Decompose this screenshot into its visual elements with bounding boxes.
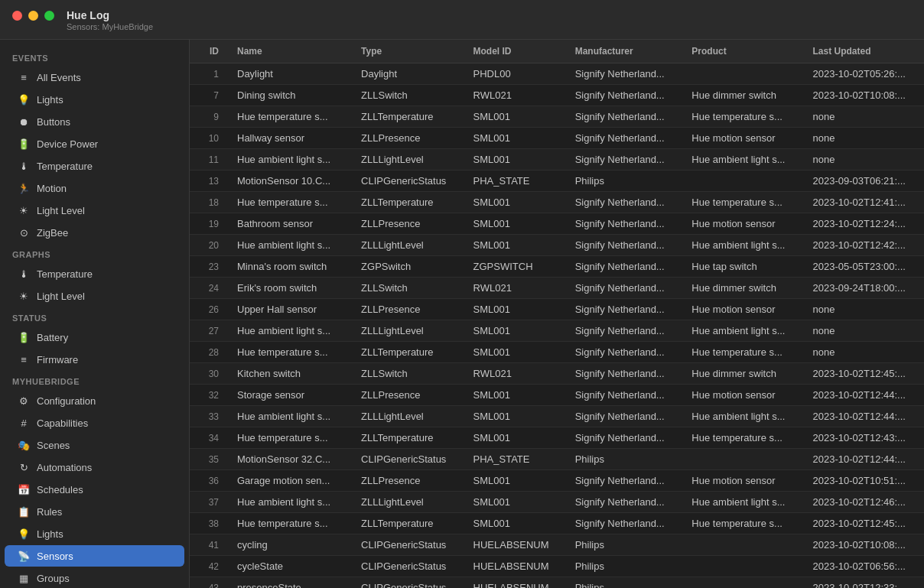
cell-product: Hue motion sensor xyxy=(682,213,803,235)
cell-type: ZLLLightLevel xyxy=(352,149,464,171)
sidebar-label-buttons: Buttons xyxy=(37,116,70,128)
cell-id: 36 xyxy=(190,470,228,492)
sidebar-item-device-power[interactable]: 🔋Device Power xyxy=(5,133,184,154)
sidebar-item-light-level[interactable]: ☀Light Level xyxy=(5,200,184,221)
table-row[interactable]: 23Minna's room switchZGPSwitchZGPSWITCHS… xyxy=(190,256,924,278)
sidebar-item-schedules[interactable]: 📅Schedules xyxy=(5,479,184,500)
cell-manufacturer: Philips xyxy=(566,534,683,556)
cell-modelId: SML001 xyxy=(464,385,566,406)
table-row[interactable]: 38Hue temperature s...ZLLTemperatureSML0… xyxy=(190,513,924,534)
cell-id: 32 xyxy=(190,385,228,406)
minimize-button[interactable] xyxy=(28,11,38,21)
cell-name: Minna's room switch xyxy=(228,256,352,278)
cell-lastUpdated: none xyxy=(804,299,924,320)
cell-lastUpdated: 2023-10-02T10:08:... xyxy=(804,85,924,106)
sidebar-item-graph-temperature[interactable]: 🌡Temperature xyxy=(5,263,184,284)
table-container[interactable]: IDNameTypeModel IDManufacturerProductLas… xyxy=(190,40,924,588)
sidebar-item-rules[interactable]: 📋Rules xyxy=(5,501,184,522)
cell-name: cycling xyxy=(228,534,352,556)
table-row[interactable]: 10Hallway sensorZLLPresenceSML001Signify… xyxy=(190,128,924,149)
table-row[interactable]: 20Hue ambient light s...ZLLLightLevelSML… xyxy=(190,235,924,256)
sidebar-item-groups[interactable]: ▦Groups xyxy=(5,567,184,588)
table-row[interactable]: 19Bathroom sensorZLLPresenceSML001Signif… xyxy=(190,213,924,235)
sidebar-item-configuration[interactable]: ⚙Configuration xyxy=(5,390,184,411)
cell-product: Hue temperature s... xyxy=(682,342,803,363)
table-row[interactable]: 30Kitchen switchZLLSwitchRWL021Signify N… xyxy=(190,363,924,385)
col-header-modelId[interactable]: Model ID xyxy=(464,40,566,63)
sidebar-item-scenes[interactable]: 🎭Scenes xyxy=(5,434,184,456)
sidebar-item-capabilities[interactable]: #Capabilities xyxy=(5,412,184,434)
cell-id: 24 xyxy=(190,278,228,299)
cell-lastUpdated: 2023-10-02T10:08:... xyxy=(804,534,924,556)
cell-name: presenceState xyxy=(228,577,352,589)
cell-id: 7 xyxy=(190,85,228,106)
table-row[interactable]: 7Dining switchZLLSwitchRWL021Signify Net… xyxy=(190,85,924,106)
cell-manufacturer: Signify Netherland... xyxy=(566,128,683,149)
table-row[interactable]: 42cycleStateCLIPGenericStatusHUELABSENUM… xyxy=(190,556,924,577)
sidebar-item-automations[interactable]: ↻Automations xyxy=(5,456,184,478)
configuration-icon: ⚙ xyxy=(17,394,31,408)
cell-product: Hue ambient light s... xyxy=(682,149,803,171)
table-row[interactable]: 43presenceStateCLIPGenericStatusHUELABSE… xyxy=(190,577,924,589)
cell-lastUpdated: 2023-10-02T05:26:... xyxy=(804,63,924,85)
cell-type: CLIPGenericStatus xyxy=(352,534,464,556)
graph-light-level-icon: ☀ xyxy=(17,289,31,303)
table-row[interactable]: 32Storage sensorZLLPresenceSML001Signify… xyxy=(190,385,924,406)
cell-lastUpdated: 2023-10-02T12:44:... xyxy=(804,385,924,406)
cell-manufacturer: Signify Netherland... xyxy=(566,470,683,492)
sidebar-item-graph-light-level[interactable]: ☀Light Level xyxy=(5,285,184,307)
close-button[interactable] xyxy=(12,11,22,21)
table-row[interactable]: 9Hue temperature s...ZLLTemperatureSML00… xyxy=(190,106,924,128)
table-row[interactable]: 35MotionSensor 32.C...CLIPGenericStatusP… xyxy=(190,449,924,470)
sidebar-item-temperature[interactable]: 🌡Temperature xyxy=(5,155,184,177)
sidebar-item-lights[interactable]: 💡Lights xyxy=(5,89,184,110)
cell-modelId: PHDL00 xyxy=(464,63,566,85)
cell-lastUpdated: 2023-10-02T12:45:... xyxy=(804,363,924,385)
col-header-product[interactable]: Product xyxy=(682,40,803,63)
cell-product: Hue motion sensor xyxy=(682,299,803,320)
col-header-lastUpdated[interactable]: Last Updated xyxy=(804,40,924,63)
table-row[interactable]: 27Hue ambient light s...ZLLLightLevelSML… xyxy=(190,320,924,342)
cell-product: Hue temperature s... xyxy=(682,192,803,213)
table-row[interactable]: 11Hue ambient light s...ZLLLightLevelSML… xyxy=(190,149,924,171)
table-row[interactable]: 24Erik's room switchZLLSwitchRWL021Signi… xyxy=(190,278,924,299)
table-row[interactable]: 18Hue temperature s...ZLLTemperatureSML0… xyxy=(190,192,924,213)
buttons-icon: ⏺ xyxy=(17,115,31,128)
table-row[interactable]: 26Upper Hall sensorZLLPresenceSML001Sign… xyxy=(190,299,924,320)
sidebar-item-motion[interactable]: 🏃Motion xyxy=(5,177,184,199)
schedules-icon: 📅 xyxy=(17,482,31,496)
cell-lastUpdated: 2023-10-02T10:51:... xyxy=(804,470,924,492)
cell-id: 34 xyxy=(190,427,228,449)
sidebar-label-light-level: Light Level xyxy=(37,205,85,216)
sidebar-item-lights-menu[interactable]: 💡Lights xyxy=(5,523,184,544)
sidebar-item-all-events[interactable]: ≡All Events xyxy=(5,67,184,88)
sidebar-section-myhuebridge: MyHueBridge xyxy=(0,371,189,389)
table-row[interactable]: 34Hue temperature s...ZLLTemperatureSML0… xyxy=(190,427,924,449)
col-header-id[interactable]: ID xyxy=(190,40,228,63)
col-header-manufacturer[interactable]: Manufacturer xyxy=(566,40,683,63)
cell-manufacturer: Signify Netherland... xyxy=(566,149,683,171)
sidebar-item-zigbee[interactable]: ⊙ZigBee xyxy=(5,222,184,243)
table-row[interactable]: 1DaylightDaylightPHDL00Signify Netherlan… xyxy=(190,63,924,85)
table-row[interactable]: 28Hue temperature s...ZLLTemperatureSML0… xyxy=(190,342,924,363)
table-row[interactable]: 36Garage motion sen...ZLLPresenceSML001S… xyxy=(190,470,924,492)
motion-icon: 🏃 xyxy=(17,181,31,195)
cell-modelId: ZGPSWITCH xyxy=(464,256,566,278)
sidebar-label-temperature: Temperature xyxy=(37,161,93,172)
sidebar-item-buttons[interactable]: ⏺Buttons xyxy=(5,111,184,132)
table-row[interactable]: 37Hue ambient light s...ZLLLightLevelSML… xyxy=(190,492,924,513)
col-header-name[interactable]: Name xyxy=(228,40,352,63)
sidebar-item-firmware[interactable]: ≡Firmware xyxy=(5,349,184,370)
automations-icon: ↻ xyxy=(17,460,31,474)
cell-modelId: HUELABSENUM xyxy=(464,577,566,589)
cell-type: ZLLSwitch xyxy=(352,363,464,385)
table-row[interactable]: 41cyclingCLIPGenericStatusHUELABSENUMPhi… xyxy=(190,534,924,556)
maximize-button[interactable] xyxy=(44,11,54,21)
table-row[interactable]: 33Hue ambient light s...ZLLLightLevelSML… xyxy=(190,406,924,427)
sidebar-item-battery[interactable]: 🔋Battery xyxy=(5,326,184,348)
sidebar-item-sensors[interactable]: 📡Sensors xyxy=(5,545,184,567)
cell-name: Hue ambient light s... xyxy=(228,235,352,256)
table-row[interactable]: 13MotionSensor 10.C...CLIPGenericStatusP… xyxy=(190,171,924,192)
cell-name: Hue ambient light s... xyxy=(228,149,352,171)
col-header-type[interactable]: Type xyxy=(352,40,464,63)
